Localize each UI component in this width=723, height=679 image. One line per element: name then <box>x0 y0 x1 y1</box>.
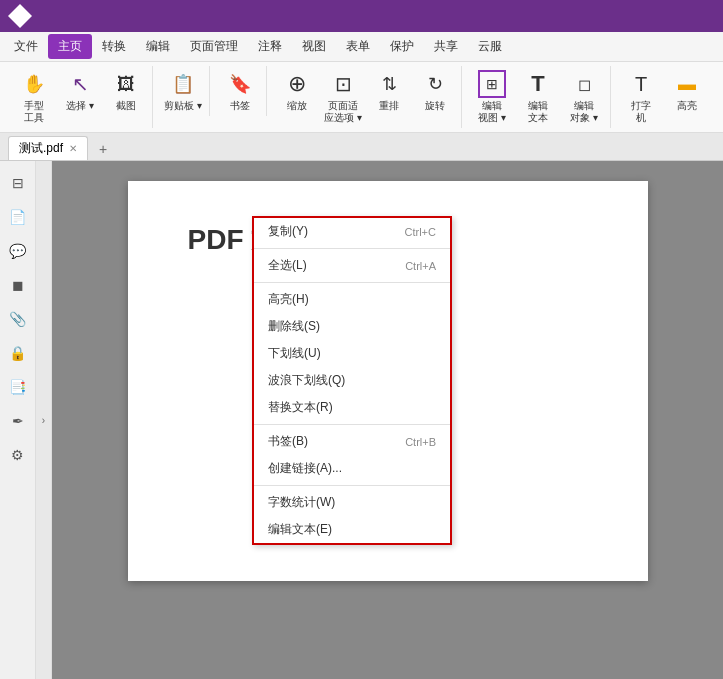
select-all-shortcut: Ctrl+A <box>405 260 436 272</box>
context-menu-strikethrough[interactable]: 删除线(S) <box>254 313 450 340</box>
separator-3 <box>254 424 450 425</box>
edit-view-label: 编辑视图 ▾ <box>478 100 506 124</box>
menu-cloud[interactable]: 云服 <box>468 34 512 59</box>
wavy-underline-label: 波浪下划线(Q) <box>268 372 345 389</box>
clipboard-button[interactable]: 📋 剪贴板 ▾ <box>161 66 205 116</box>
menu-home[interactable]: 主页 <box>48 34 92 59</box>
separator-1 <box>254 248 450 249</box>
ribbon: ✋ 手型工具 ↖ 选择 ▾ 🖼 截图 📋 剪贴板 ▾ 🔖 书签 ⊕ 缩放 ⊡ <box>0 62 723 133</box>
app-logo <box>8 4 32 28</box>
highlight-label: 高亮(H) <box>268 291 309 308</box>
word-count-label: 字数统计(W) <box>268 494 335 511</box>
ribbon-group-tools: ✋ 手型工具 ↖ 选择 ▾ 🖼 截图 <box>8 66 153 128</box>
context-menu-copy[interactable]: 复制(Y) Ctrl+C <box>254 218 450 245</box>
edit-obj-button[interactable]: ◻ 编辑对象 ▾ <box>562 66 606 128</box>
clipboard-label: 剪贴板 ▾ <box>164 100 202 112</box>
fit-page-button[interactable]: ⊡ 页面适应选项 ▾ <box>321 66 365 128</box>
context-menu-replace-text[interactable]: 替换文本(R) <box>254 394 450 421</box>
sidebar-comments[interactable]: 💬 <box>4 237 32 265</box>
zoom-label: 缩放 <box>287 100 307 112</box>
tab-label: 测试.pdf <box>19 140 63 157</box>
screenshot-button[interactable]: 🖼 截图 <box>104 66 148 116</box>
edit-text-button[interactable]: T 编辑文本 <box>516 66 560 128</box>
left-sidebar: ⊟ 📄 💬 ◼ 📎 🔒 📑 ✒ ⚙ <box>0 161 36 679</box>
hand-tool-button[interactable]: ✋ 手型工具 <box>12 66 56 128</box>
zoom-icon: ⊕ <box>283 70 311 98</box>
ribbon-group-zoom: ⊕ 缩放 ⊡ 页面适应选项 ▾ ⇅ 重排 ↻ 旋转 <box>271 66 462 128</box>
edit-view-icon: ⊞ <box>478 70 506 98</box>
sidebar-attachments[interactable]: 📎 <box>4 305 32 333</box>
context-menu-highlight[interactable]: 高亮(H) <box>254 286 450 313</box>
edit-view-button[interactable]: ⊞ 编辑视图 ▾ <box>470 66 514 128</box>
sidebar-settings[interactable]: ⚙ <box>4 441 32 469</box>
bookmark-icon: 🔖 <box>226 70 254 98</box>
bookmark-label: 书签 <box>230 100 250 112</box>
fit-page-label: 页面适应选项 ▾ <box>324 100 362 124</box>
sidebar-thumbnail[interactable]: ⊟ <box>4 169 32 197</box>
menu-edit[interactable]: 编辑 <box>136 34 180 59</box>
select-all-label: 全选(L) <box>268 257 307 274</box>
fit-page-icon: ⊡ <box>329 70 357 98</box>
strikethrough-label: 删除线(S) <box>268 318 320 335</box>
menu-view[interactable]: 视图 <box>292 34 336 59</box>
bookmark-label-menu: 书签(B) <box>268 433 308 450</box>
zoom-button[interactable]: ⊕ 缩放 <box>275 66 319 116</box>
clipboard-icon: 📋 <box>169 70 197 98</box>
tab-strip: 测试.pdf ✕ + <box>0 133 723 161</box>
edit-obj-icon: ◻ <box>570 70 598 98</box>
context-menu-word-count[interactable]: 字数统计(W) <box>254 489 450 516</box>
menu-convert[interactable]: 转换 <box>92 34 136 59</box>
menu-page-mgmt[interactable]: 页面管理 <box>180 34 248 59</box>
sidebar-lock[interactable]: 🔒 <box>4 339 32 367</box>
copy-shortcut: Ctrl+C <box>405 226 436 238</box>
menu-protect[interactable]: 保护 <box>380 34 424 59</box>
ribbon-group-tools2: T 打字机 ▬ 高亮 ⊟ 拆分 <box>615 66 723 128</box>
tab-test-pdf[interactable]: 测试.pdf ✕ <box>8 136 88 160</box>
copy-label: 复制(Y) <box>268 223 308 240</box>
tab-close-button[interactable]: ✕ <box>69 143 77 154</box>
sidebar-sign[interactable]: ✒ <box>4 407 32 435</box>
create-link-label: 创建链接(A)... <box>268 460 342 477</box>
tab-add-button[interactable]: + <box>92 138 114 160</box>
rotate-icon: ↻ <box>421 70 449 98</box>
typewriter-label: 打字机 <box>631 100 651 124</box>
split-icon: ⊟ <box>719 70 723 98</box>
sidebar-collapse-arrow[interactable]: › <box>36 161 52 679</box>
context-menu-wavy-underline[interactable]: 波浪下划线(Q) <box>254 367 450 394</box>
separator-4 <box>254 485 450 486</box>
sidebar-pages2[interactable]: 📑 <box>4 373 32 401</box>
ribbon-group-nav: 🔖 书签 <box>214 66 267 116</box>
hand-tool-icon: ✋ <box>20 70 48 98</box>
select-button[interactable]: ↖ 选择 ▾ <box>58 66 102 116</box>
context-menu: 复制(Y) Ctrl+C 全选(L) Ctrl+A 高亮(H) 删除线(S) 下… <box>252 216 452 545</box>
menu-form[interactable]: 表单 <box>336 34 380 59</box>
menu-annotate[interactable]: 注释 <box>248 34 292 59</box>
menu-file[interactable]: 文件 <box>4 34 48 59</box>
ribbon-group-clipboard: 📋 剪贴板 ▾ <box>157 66 210 116</box>
sidebar-pages[interactable]: 📄 <box>4 203 32 231</box>
context-menu-create-link[interactable]: 创建链接(A)... <box>254 455 450 482</box>
context-menu-underline[interactable]: 下划线(U) <box>254 340 450 367</box>
sidebar-layers[interactable]: ◼ <box>4 271 32 299</box>
context-menu-bookmark[interactable]: 书签(B) Ctrl+B <box>254 428 450 455</box>
reflow-label: 重排 <box>379 100 399 112</box>
reflow-button[interactable]: ⇅ 重排 <box>367 66 411 116</box>
edit-text-icon: T <box>524 70 552 98</box>
main-area: ⊟ 📄 💬 ◼ 📎 🔒 📑 ✒ ⚙ › PDF 文件 <box>0 161 723 679</box>
highlight-button[interactable]: ▬ 高亮 <box>665 66 709 116</box>
bookmark-button[interactable]: 🔖 书签 <box>218 66 262 116</box>
title-bar <box>0 0 723 32</box>
typewriter-button[interactable]: T 打字机 <box>619 66 663 128</box>
content-area: PDF 文件 复制(Y) Ctrl+C 全选(L) Ctrl+A <box>52 161 723 679</box>
context-menu-select-all[interactable]: 全选(L) Ctrl+A <box>254 252 450 279</box>
rotate-button[interactable]: ↻ 旋转 <box>413 66 457 116</box>
reflow-icon: ⇅ <box>375 70 403 98</box>
split-button[interactable]: ⊟ 拆分 <box>711 66 723 116</box>
highlight-label: 高亮 <box>677 100 697 112</box>
context-menu-edit-text[interactable]: 编辑文本(E) <box>254 516 450 543</box>
select-label: 选择 ▾ <box>66 100 94 112</box>
screenshot-icon: 🖼 <box>112 70 140 98</box>
ribbon-group-edit: ⊞ 编辑视图 ▾ T 编辑文本 ◻ 编辑对象 ▾ <box>466 66 611 128</box>
edit-text-label-menu: 编辑文本(E) <box>268 521 332 538</box>
menu-share[interactable]: 共享 <box>424 34 468 59</box>
